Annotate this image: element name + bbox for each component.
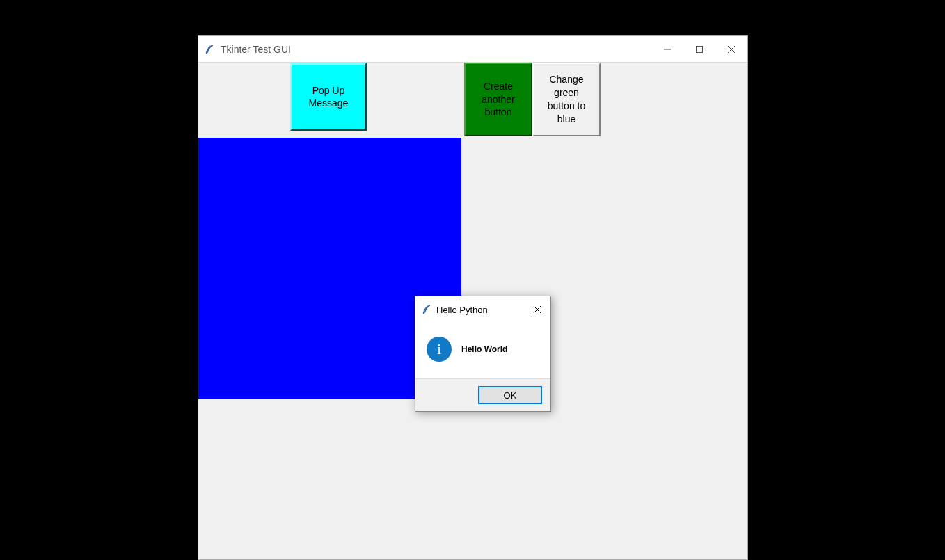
dialog-message: Hello World — [461, 344, 507, 354]
dialog-footer: OK — [415, 378, 550, 411]
dialog-titlebar: Hello Python — [415, 296, 550, 323]
maximize-button[interactable] — [683, 36, 715, 62]
svg-rect-1 — [697, 46, 703, 52]
close-button[interactable] — [715, 36, 747, 62]
window-title: Tkinter Test GUI — [221, 44, 651, 55]
app-icon — [204, 44, 215, 55]
dialog-close-button[interactable] — [527, 299, 548, 320]
dialog-app-icon — [421, 304, 432, 315]
dialog-ok-button[interactable]: OK — [478, 386, 542, 404]
titlebar: Tkinter Test GUI — [198, 36, 747, 63]
create-another-button[interactable]: Createanotherbutton — [464, 63, 532, 136]
popup-message-button[interactable]: Pop UpMessage — [290, 63, 367, 131]
info-icon: i — [427, 337, 452, 362]
window-controls — [651, 36, 747, 62]
dialog-title: Hello Python — [436, 305, 527, 315]
dialog-body: i Hello World — [415, 323, 550, 378]
message-dialog: Hello Python i Hello World OK — [415, 296, 551, 412]
change-green-to-blue-button[interactable]: Changegreenbutton toblue — [532, 63, 601, 136]
minimize-button[interactable] — [651, 36, 683, 62]
